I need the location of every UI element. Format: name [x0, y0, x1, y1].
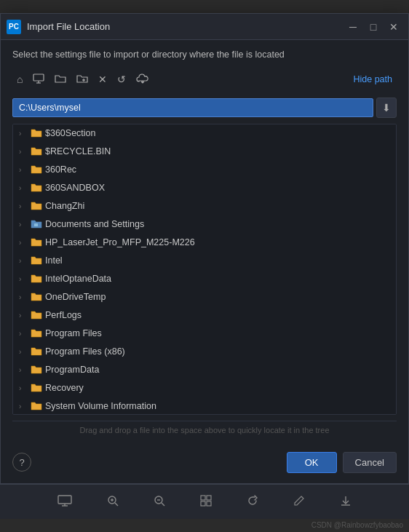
file-tree[interactable]: › $360Section› $RECYCLE.BIN› 360Rec› 360… [12, 124, 397, 415]
tree-item-label: ProgramData [45, 365, 99, 375]
svg-rect-5 [34, 223, 38, 226]
tree-item[interactable]: › IntelOptaneData [13, 270, 396, 288]
download-icon: ⬇ [382, 102, 391, 114]
path-download-button[interactable]: ⬇ [376, 98, 397, 118]
tree-item-label: 360Rec [45, 164, 76, 175]
path-input[interactable] [12, 98, 373, 117]
help-button[interactable]: ? [12, 453, 31, 472]
cloud-icon [136, 74, 149, 86]
svg-rect-19 [207, 501, 211, 506]
path-row: ⬇ [12, 98, 397, 118]
home-button[interactable]: ⌂ [12, 71, 27, 88]
minimize-button[interactable]: ─ [344, 18, 362, 36]
expand-arrow-icon: › [19, 239, 28, 247]
expand-arrow-icon: › [19, 148, 28, 156]
expand-arrow-icon: › [19, 221, 28, 229]
zoom-out-bottom-button[interactable] [148, 492, 171, 512]
folder-open-button[interactable] [50, 71, 71, 89]
folder-icon [31, 346, 42, 358]
app-icon: PC [7, 20, 21, 34]
tree-item[interactable]: › Intel [13, 252, 396, 270]
home-icon: ⌂ [17, 74, 23, 85]
svg-line-12 [115, 503, 118, 506]
folder-icon [31, 146, 42, 158]
folder-icon [31, 237, 42, 249]
folder-icon [31, 255, 42, 267]
expand-arrow-icon: › [19, 311, 28, 319]
folder-new-button[interactable] [72, 71, 92, 89]
expand-arrow-icon: › [19, 275, 28, 283]
expand-arrow-icon: › [19, 257, 28, 265]
expand-arrow-icon: › [19, 184, 28, 192]
dialog-body: Select the settings file to import or di… [1, 40, 408, 445]
tree-item-label: IntelOptaneData [45, 274, 111, 284]
import-file-location-dialog: PC Import File Location ─ □ ✕ Select the… [0, 13, 409, 484]
refresh-bottom-button[interactable] [241, 492, 264, 512]
tree-item-label: $360Section [45, 128, 96, 138]
tree-item[interactable]: › 360SANDBOX [13, 179, 396, 197]
folder-open-icon [55, 74, 66, 86]
download-bottom-button[interactable] [334, 492, 357, 512]
tree-item[interactable]: › OneDriveTemp [13, 288, 396, 306]
computer-button[interactable] [28, 71, 49, 89]
folder-icon [31, 273, 42, 285]
tree-item[interactable]: › HP_LaserJet_Pro_MFP_M225-M226 [13, 234, 396, 252]
grid-icon [200, 496, 212, 509]
delete-icon: ✕ [98, 74, 107, 85]
tree-item-label: Documents and Settings [45, 219, 144, 229]
tree-item[interactable]: › $360Section [13, 124, 396, 143]
tree-item[interactable]: › Program Files [13, 325, 396, 343]
tree-item[interactable]: › $RECYCLE.BIN [13, 143, 396, 161]
monitor-bottom-button[interactable] [52, 492, 78, 512]
monitor-bottom-icon [57, 496, 72, 509]
zoom-out-icon [154, 496, 165, 509]
tree-item-label: $RECYCLE.BIN [45, 146, 111, 156]
tree-item[interactable]: › PerfLogs [13, 306, 396, 325]
delete-button[interactable]: ✕ [94, 71, 111, 88]
zoom-in-bottom-button[interactable] [101, 492, 124, 512]
folder-icon [31, 400, 42, 413]
expand-arrow-icon: › [19, 130, 28, 138]
tree-item-label: Program Files [45, 328, 102, 338]
tree-item-label: 360SANDBOX [45, 183, 105, 193]
window-controls: ─ □ ✕ [344, 18, 402, 36]
tree-item[interactable]: › System Volume Information [13, 397, 396, 415]
tree-item[interactable]: › 360Rec [13, 161, 396, 179]
expand-arrow-icon: › [19, 402, 28, 410]
refresh-button[interactable]: ↺ [113, 71, 130, 88]
bottom-toolbar [0, 484, 409, 519]
drag-hint: Drag and drop a file into the space abov… [12, 421, 397, 439]
close-button[interactable]: ✕ [385, 18, 402, 36]
cancel-button[interactable]: Cancel [343, 452, 397, 473]
watermark: CSDN @Rainbowzfybaobao [311, 521, 403, 529]
svg-rect-16 [201, 496, 205, 500]
refresh-bottom-icon [247, 496, 258, 509]
grid-bottom-button[interactable] [194, 492, 218, 512]
dialog-subtitle: Select the settings file to import or di… [12, 49, 397, 62]
dialog-title: Import File Location [27, 21, 344, 32]
tree-item[interactable]: › Documents and Settings [13, 215, 396, 234]
expand-arrow-icon: › [19, 293, 28, 301]
cloud-button[interactable] [132, 71, 154, 89]
tree-item[interactable]: › Recovery [13, 379, 396, 397]
edit-bottom-button[interactable] [287, 492, 311, 512]
maximize-button[interactable]: □ [365, 18, 382, 36]
tree-item-label: Intel [45, 255, 63, 266]
folder-icon [31, 182, 42, 194]
tree-item[interactable]: › Program Files (x86) [13, 343, 396, 361]
folder-icon [31, 127, 42, 140]
expand-arrow-icon: › [19, 366, 28, 374]
footer-actions: OK Cancel [287, 452, 397, 473]
titlebar: PC Import File Location ─ □ ✕ [1, 14, 408, 40]
folder-icon [31, 364, 42, 376]
expand-arrow-icon: › [19, 384, 28, 392]
refresh-icon: ↺ [117, 74, 126, 85]
tree-item[interactable]: › ProgramData [13, 361, 396, 379]
svg-rect-18 [201, 501, 205, 506]
tree-item[interactable]: › ChangZhi [13, 197, 396, 215]
expand-arrow-icon: › [19, 166, 28, 174]
folder-icon [31, 309, 42, 322]
hide-path-button[interactable]: Hide path [349, 71, 397, 87]
ok-button[interactable]: OK [287, 452, 337, 473]
tree-item-label: HP_LaserJet_Pro_MFP_M225-M226 [45, 237, 195, 247]
